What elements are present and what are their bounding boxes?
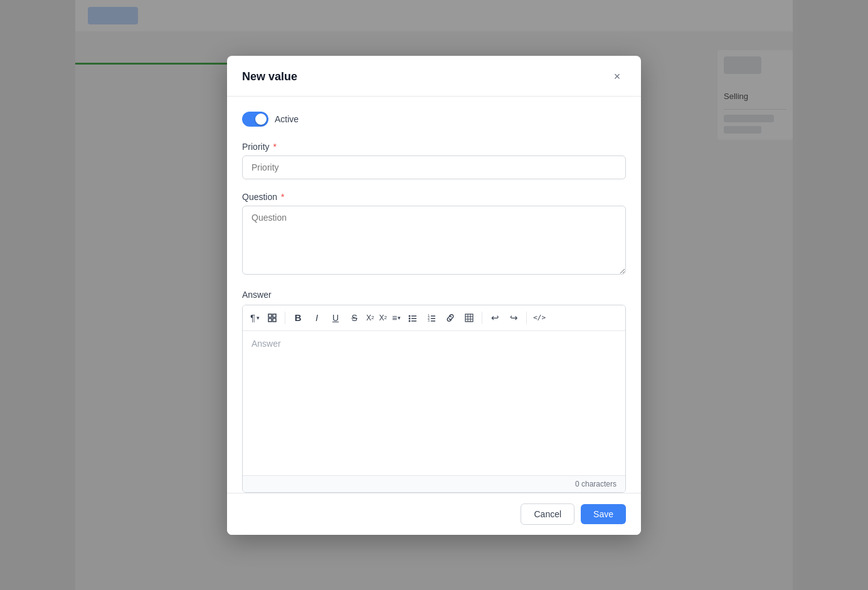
active-toggle[interactable] xyxy=(242,112,268,127)
toolbar-expand-btn[interactable] xyxy=(263,309,281,327)
char-count-bar: 0 characters xyxy=(243,475,625,492)
question-textarea[interactable] xyxy=(242,206,626,275)
toolbar-undo-btn[interactable]: ↩ xyxy=(486,309,504,327)
active-toggle-row: Active xyxy=(242,112,626,127)
char-count: 0 characters xyxy=(575,480,617,488)
toolbar-bold-btn[interactable]: B xyxy=(289,309,307,327)
toolbar-divider-1 xyxy=(285,312,285,324)
toolbar-underline-btn[interactable]: U xyxy=(327,309,344,327)
toolbar-strikethrough-btn[interactable]: S xyxy=(346,309,363,327)
toolbar-divider-3 xyxy=(526,312,527,324)
toolbar-italic-btn[interactable]: I xyxy=(308,309,326,327)
svg-text:3.: 3. xyxy=(428,319,430,322)
svg-rect-0 xyxy=(268,314,272,317)
toolbar-paragraph-btn[interactable]: ¶ ▾ xyxy=(248,309,262,327)
svg-rect-3 xyxy=(273,319,276,322)
toolbar-redo-btn[interactable]: ↪ xyxy=(505,309,522,327)
modal-title: New value xyxy=(242,70,297,83)
modal-header: New value × xyxy=(227,56,641,97)
question-required-star: * xyxy=(278,192,284,202)
rich-editor: ¶ ▾ B I xyxy=(242,305,626,493)
svg-point-6 xyxy=(409,317,411,319)
question-label: Question * xyxy=(242,192,626,202)
question-form-group: Question * xyxy=(242,192,626,277)
toolbar-divider-2 xyxy=(482,312,482,324)
priority-required-star: * xyxy=(271,142,277,152)
answer-editor-content[interactable]: Answer xyxy=(243,331,625,475)
modal-footer: Cancel Save xyxy=(227,493,641,535)
svg-point-4 xyxy=(409,315,411,317)
toolbar-link-btn[interactable] xyxy=(442,309,459,327)
svg-rect-2 xyxy=(268,319,272,322)
answer-placeholder: Answer xyxy=(251,339,281,349)
toolbar-code-btn[interactable]: </> xyxy=(531,309,548,327)
modal-body: Active Priority * Question * Answer xyxy=(227,97,641,493)
priority-label: Priority * xyxy=(242,142,626,152)
active-label: Active xyxy=(275,114,299,124)
cancel-button[interactable]: Cancel xyxy=(521,503,574,525)
modal-dialog: New value × Active Priority * Question * xyxy=(227,56,641,535)
toolbar-ordered-list-btn[interactable]: 1. 2. 3. xyxy=(423,309,440,327)
answer-label: Answer xyxy=(242,290,626,300)
save-button[interactable]: Save xyxy=(581,504,626,524)
modal-close-button[interactable]: × xyxy=(608,68,626,86)
toolbar-subscript-btn[interactable]: X2 xyxy=(378,309,389,327)
svg-point-8 xyxy=(409,320,411,322)
priority-input[interactable] xyxy=(242,155,626,179)
toolbar-superscript-btn[interactable]: X2 xyxy=(364,309,376,327)
priority-form-group: Priority * xyxy=(242,142,626,179)
toolbar-table-btn[interactable] xyxy=(460,309,478,327)
svg-rect-16 xyxy=(465,314,473,322)
toolbar-align-btn[interactable]: ≡ ▾ xyxy=(390,309,403,327)
toolbar-unordered-list-btn[interactable] xyxy=(404,309,421,327)
modal-backdrop: New value × Active Priority * Question * xyxy=(0,0,868,590)
svg-rect-1 xyxy=(273,314,276,317)
editor-toolbar: ¶ ▾ B I xyxy=(243,305,625,331)
answer-form-group: Answer ¶ ▾ xyxy=(242,290,626,493)
